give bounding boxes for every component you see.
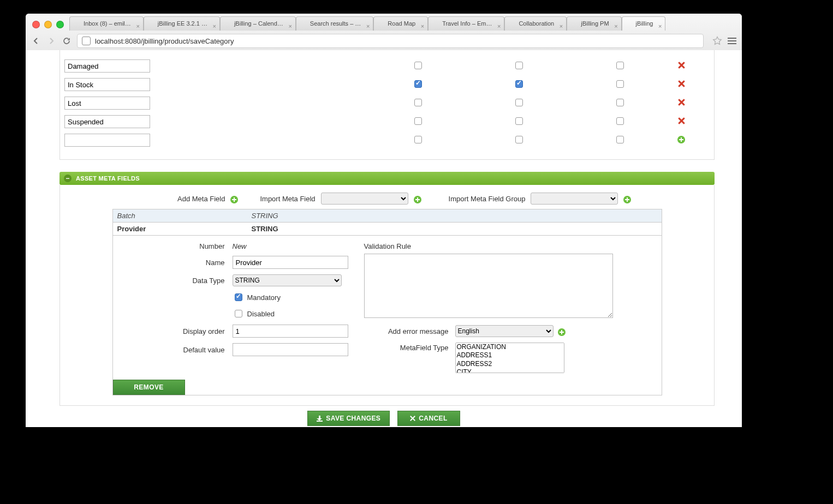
number-value: New (233, 242, 247, 250)
delete-row-icon[interactable] (677, 99, 685, 106)
tab-label: Collaboration (519, 17, 554, 31)
address-bar[interactable]: localhost:8080/jbilling/product/saveCate… (77, 34, 704, 48)
status-checkbox[interactable] (616, 62, 624, 69)
status-checkbox[interactable] (616, 99, 624, 106)
browser-tab[interactable]: jBilling× (622, 16, 666, 31)
status-checkbox[interactable] (414, 80, 422, 88)
collapse-icon[interactable]: − (64, 175, 72, 182)
metafield-type-select[interactable]: ORGANIZATIONADDRESS1ADDRESS2CITY (455, 343, 564, 373)
tab-close-icon[interactable]: × (614, 20, 617, 31)
close-icon (410, 416, 415, 421)
status-checkbox[interactable] (414, 117, 422, 125)
zoom-window-icon[interactable] (56, 21, 64, 28)
tab-label: jBilling PM (581, 17, 609, 31)
tab-close-icon[interactable]: × (497, 20, 501, 31)
status-name-input[interactable] (64, 59, 150, 73)
reload-button[interactable] (62, 36, 72, 46)
favicon-icon (572, 20, 579, 27)
browser-tab[interactable]: Search results – …× (296, 16, 374, 31)
status-checkbox[interactable] (414, 62, 422, 69)
browser-tab[interactable]: jBilling EE 3.2.1 …× (144, 16, 220, 31)
browser-tab[interactable]: Inbox (8) – emil…× (69, 16, 144, 31)
display-order-input[interactable] (233, 325, 348, 338)
status-name-input[interactable] (64, 78, 150, 91)
tab-close-icon[interactable]: × (212, 20, 216, 31)
browser-tab[interactable]: jBilling – Calend…× (220, 16, 296, 31)
add-error-message-button[interactable] (558, 328, 566, 336)
delete-row-icon[interactable] (677, 62, 685, 69)
asset-meta-fields-header[interactable]: − ASSET META FIELDS (59, 172, 715, 185)
meta-field-row[interactable]: ProviderSTRING (113, 223, 662, 235)
status-checkbox[interactable] (616, 136, 624, 143)
tab-close-icon[interactable]: × (658, 20, 662, 31)
import-meta-field-label: Import Meta Field (260, 195, 315, 203)
meta-field-row[interactable]: BatchSTRING (113, 209, 662, 223)
status-name-input[interactable] (64, 115, 150, 128)
datatype-select[interactable]: STRING (233, 274, 342, 286)
chrome-menu-icon[interactable] (728, 38, 736, 44)
asset-meta-fields-panel: Add Meta Field Import Meta Field Import … (59, 185, 715, 406)
status-checkbox[interactable] (515, 99, 523, 106)
metafield-type-option[interactable]: CITY (456, 368, 564, 373)
status-checkbox[interactable] (414, 136, 422, 143)
delete-row-icon[interactable] (677, 117, 685, 125)
browser-tab[interactable]: Travel Info – Em…× (428, 16, 504, 31)
tab-strip: Inbox (8) – emil…×jBilling EE 3.2.1 …×jB… (69, 16, 720, 30)
browser-tab[interactable]: jBilling PM× (567, 16, 621, 31)
browser-tab[interactable]: Collaboration× (504, 16, 567, 31)
tab-close-icon[interactable]: × (136, 20, 139, 31)
minimize-window-icon[interactable] (44, 21, 52, 28)
remove-button[interactable]: REMOVE (113, 380, 185, 395)
metafield-type-option[interactable]: ADDRESS2 (456, 360, 564, 368)
error-language-select[interactable]: English (455, 325, 554, 337)
favicon-icon (378, 20, 385, 27)
close-window-icon[interactable] (32, 21, 40, 28)
validation-rule-textarea[interactable] (364, 254, 613, 318)
import-meta-field-group-button[interactable] (623, 196, 631, 203)
status-name-input[interactable] (64, 97, 150, 110)
status-checkbox[interactable] (515, 136, 523, 143)
browser-tab[interactable]: Road Map× (373, 16, 428, 31)
name-input[interactable] (233, 256, 348, 269)
tab-close-icon[interactable]: × (366, 20, 370, 31)
default-value-input[interactable] (233, 343, 348, 356)
disabled-checkbox[interactable] (235, 310, 242, 317)
save-changes-button[interactable]: SAVE CHANGES (307, 411, 390, 426)
status-checkbox[interactable] (515, 117, 523, 125)
mandatory-checkbox[interactable] (235, 293, 242, 301)
meta-field-list: BatchSTRINGProviderSTRING (112, 209, 662, 236)
forward-button[interactable] (46, 36, 56, 46)
delete-row-icon[interactable] (677, 80, 685, 88)
status-checkbox[interactable] (616, 80, 624, 88)
form-actions: SAVE CHANGES CANCEL (26, 410, 742, 427)
tab-close-icon[interactable]: × (560, 20, 563, 31)
import-meta-field-select[interactable] (321, 193, 408, 205)
metafield-type-option[interactable]: ORGANIZATION (456, 343, 564, 351)
status-checkbox[interactable] (414, 99, 422, 106)
status-checkbox[interactable] (515, 80, 523, 88)
tab-label: Search results – … (310, 17, 361, 31)
status-checkbox[interactable] (515, 62, 523, 69)
favicon-icon (301, 20, 308, 27)
cancel-button[interactable]: CANCEL (397, 411, 460, 426)
tab-label: jBilling (636, 17, 653, 31)
add-row-icon[interactable] (677, 136, 685, 143)
tab-close-icon[interactable]: × (288, 20, 291, 31)
import-meta-field-group-select[interactable] (531, 193, 618, 205)
download-icon (317, 416, 323, 422)
tab-label: Road Map (388, 17, 415, 31)
bookmark-star-icon[interactable] (712, 36, 722, 46)
metafield-type-option[interactable]: ADDRESS1 (456, 351, 564, 359)
status-checkbox[interactable] (616, 117, 624, 125)
add-meta-field-button[interactable] (230, 196, 238, 203)
favicon-icon (225, 20, 232, 27)
tab-label: Travel Info – Em… (442, 17, 492, 31)
import-meta-field-button[interactable] (414, 196, 421, 203)
tab-label: jBilling EE 3.2.1 … (158, 17, 207, 31)
mandatory-label: Mandatory (247, 293, 281, 302)
tab-close-icon[interactable]: × (421, 20, 424, 31)
status-name-input[interactable] (64, 134, 150, 147)
datatype-label: Data Type (118, 277, 225, 285)
back-button[interactable] (31, 36, 41, 46)
meta-field-name: Batch (113, 209, 247, 222)
